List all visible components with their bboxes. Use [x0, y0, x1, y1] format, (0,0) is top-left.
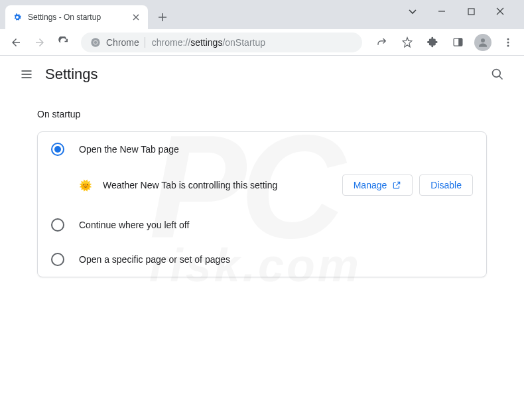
url-display: chrome://settings/onStartup — [152, 37, 265, 48]
address-bar[interactable]: Chrome chrome://settings/onStartup — [81, 33, 362, 52]
chrome-icon — [90, 37, 101, 48]
svg-point-10 — [493, 69, 501, 77]
chevron-down-icon[interactable] — [403, 2, 422, 21]
divider — [145, 37, 145, 48]
svg-point-3 — [94, 40, 98, 44]
sidepanel-icon[interactable] — [447, 32, 468, 53]
radio-selected[interactable] — [51, 143, 64, 156]
extension-notice: 🌞 Weather New Tab is controlling this se… — [38, 167, 486, 208]
close-window-button[interactable] — [491, 2, 509, 21]
new-tab-button[interactable] — [153, 8, 172, 27]
gear-icon — [12, 12, 23, 23]
radio-unselected[interactable] — [51, 218, 64, 232]
maximize-button[interactable] — [462, 2, 480, 21]
titlebar: Settings - On startup — [0, 0, 524, 29]
option-label: Open a specific page or set of pages — [79, 254, 230, 265]
option-specific-page[interactable]: Open a specific page or set of pages — [38, 242, 486, 277]
external-link-icon — [392, 180, 401, 190]
radio-unselected[interactable] — [51, 253, 64, 266]
content-area: On startup Open the New Tab page 🌞 Weath… — [0, 93, 524, 293]
hamburger-menu-button[interactable] — [13, 61, 40, 88]
svg-point-7 — [507, 38, 509, 40]
minimize-button[interactable] — [432, 2, 451, 21]
page-title: Settings — [45, 66, 98, 83]
search-button[interactable] — [484, 61, 511, 88]
manage-button[interactable]: Manage — [342, 175, 413, 196]
toolbar-right — [371, 32, 519, 53]
browser-toolbar: Chrome chrome://settings/onStartup — [0, 29, 524, 56]
svg-point-6 — [481, 38, 485, 42]
window-controls — [403, 0, 519, 29]
back-button[interactable] — [5, 32, 27, 53]
svg-rect-0 — [468, 9, 474, 15]
manage-label: Manage — [354, 180, 387, 190]
disable-button[interactable]: Disable — [419, 175, 473, 196]
option-label: Open the New Tab page — [79, 144, 179, 155]
extensions-icon[interactable] — [422, 32, 443, 53]
option-label: Continue where you left off — [79, 220, 189, 230]
svg-point-8 — [507, 41, 509, 43]
option-continue[interactable]: Continue where you left off — [38, 208, 486, 242]
site-info[interactable]: Chrome — [90, 37, 145, 48]
reload-button[interactable] — [53, 32, 74, 53]
svg-rect-5 — [458, 38, 462, 46]
site-label: Chrome — [106, 37, 139, 48]
browser-tab[interactable]: Settings - On startup — [5, 5, 148, 29]
profile-button[interactable] — [472, 32, 493, 53]
settings-header: Settings — [0, 56, 524, 93]
startup-options-card: Open the New Tab page 🌞 Weather New Tab … — [37, 131, 487, 277]
avatar-icon — [474, 34, 491, 51]
section-title: On startup — [37, 109, 487, 119]
extension-text: Weather New Tab is controlling this sett… — [103, 180, 332, 190]
sun-icon: 🌞 — [79, 178, 92, 192]
menu-button[interactable] — [497, 32, 519, 53]
extension-actions: Manage Disable — [342, 175, 473, 196]
disable-label: Disable — [430, 180, 462, 190]
share-icon[interactable] — [371, 32, 393, 53]
tab-title: Settings - On startup — [28, 13, 125, 22]
bookmark-icon[interactable] — [397, 32, 418, 53]
option-new-tab[interactable]: Open the New Tab page — [38, 132, 486, 167]
close-tab-button[interactable] — [131, 12, 141, 23]
svg-point-9 — [507, 44, 509, 46]
forward-button — [29, 32, 50, 53]
